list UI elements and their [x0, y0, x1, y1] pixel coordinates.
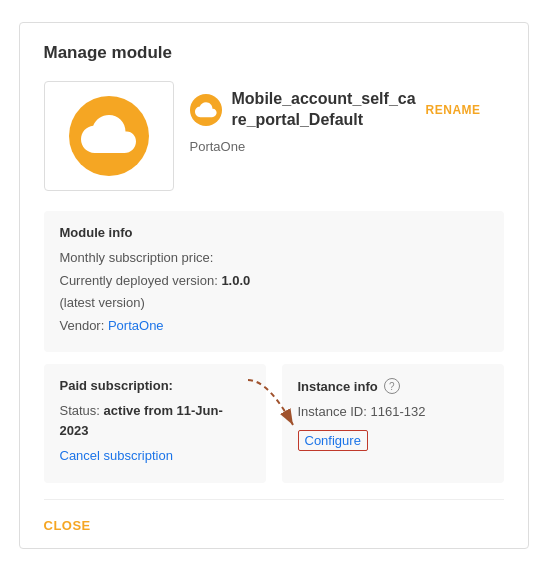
cancel-subscription-link[interactable]: Cancel subscription: [60, 448, 173, 463]
bottom-section: Paid subscription: Status: active from 1…: [44, 364, 504, 483]
module-info-title: Module info: [60, 225, 488, 240]
module-cloud-icon: [195, 102, 217, 119]
svg-point-2: [115, 141, 123, 149]
modal-title: Manage module: [44, 43, 504, 63]
subscription-price-row: Monthly subscription price:: [60, 248, 488, 268]
close-button[interactable]: CLOSE: [44, 518, 91, 533]
module-name-row: Mobile_account_self_ca re_portal_Default…: [190, 89, 481, 131]
thumbnail-icon-circle: [69, 96, 149, 176]
deployed-version-row: Currently deployed version: 1.0.0: [60, 271, 488, 291]
modal-footer: CLOSE: [44, 499, 504, 548]
module-info-section: Module info Monthly subscription price: …: [44, 211, 504, 352]
status-row: Status: active from 11-Jun-2023: [60, 401, 250, 440]
paid-subscription-box: Paid subscription: Status: active from 1…: [44, 364, 266, 483]
instance-title-row: Instance info ?: [298, 378, 488, 394]
instance-info-title: Instance info: [298, 379, 378, 394]
module-header: Mobile_account_self_ca re_portal_Default…: [190, 81, 481, 154]
configure-link[interactable]: Configure: [298, 430, 368, 451]
module-small-icon: [190, 94, 222, 126]
manage-module-modal: Manage module: [19, 22, 529, 549]
svg-point-4: [204, 112, 207, 115]
paid-sub-title: Paid subscription:: [60, 378, 250, 393]
top-section: Mobile_account_self_ca re_portal_Default…: [44, 81, 504, 191]
vendor-link[interactable]: PortaOne: [108, 318, 164, 333]
cloud-icon: [81, 115, 137, 157]
rename-button[interactable]: RENAME: [426, 103, 481, 117]
instance-id-value: 1161-132: [371, 404, 426, 419]
instance-id-row: Instance ID: 1161-132: [298, 402, 488, 422]
module-name: Mobile_account_self_ca re_portal_Default: [232, 89, 416, 131]
instance-info-box: Instance info ? Instance ID: 1161-132 C: [282, 364, 504, 483]
svg-point-1: [105, 141, 113, 149]
version-value: 1.0.0: [221, 273, 250, 288]
latest-version-row: (latest version): [60, 293, 488, 313]
module-name-text: Mobile_account_self_ca re_portal_Default: [232, 89, 416, 131]
module-thumbnail: [44, 81, 174, 191]
vendor-name: PortaOne: [190, 139, 481, 154]
vendor-row: Vendor: PortaOne: [60, 316, 488, 336]
cancel-subscription-row: Cancel subscription: [60, 446, 250, 466]
configure-row: Configure: [298, 430, 488, 451]
svg-point-3: [200, 112, 203, 115]
svg-point-5: [208, 112, 211, 115]
help-icon[interactable]: ?: [384, 378, 400, 394]
svg-point-0: [95, 141, 103, 149]
